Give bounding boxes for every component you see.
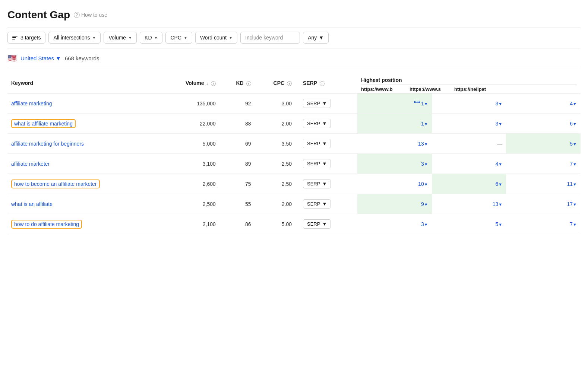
serp-button[interactable]: SERP ▼: [303, 199, 331, 209]
position-value: 5: [570, 141, 573, 147]
position-arrow-icon[interactable]: ▼: [424, 102, 428, 106]
serp-button[interactable]: SERP ▼: [303, 99, 331, 108]
volume-button[interactable]: Volume ▼: [104, 32, 137, 44]
volume-cell: 2,500: [160, 194, 219, 214]
position-arrow-icon[interactable]: ▼: [498, 102, 502, 106]
keyword-cell[interactable]: affiliate marketer: [7, 154, 160, 174]
position-value: 1: [421, 121, 424, 127]
keyword-link[interactable]: how to do affiliate marketing: [11, 221, 82, 227]
keyword-cell[interactable]: how to become an affiliate marketer: [7, 174, 160, 194]
serp-cell: SERP ▼: [295, 194, 357, 214]
position-dash: —: [497, 141, 502, 147]
position-1-cell: 10▼: [357, 174, 432, 194]
any-button[interactable]: Any ▼: [303, 32, 329, 44]
chevron-down-icon: ▼: [322, 161, 327, 166]
chevron-down-icon: ▼: [154, 36, 158, 40]
volume-cell: 2,600: [160, 174, 219, 194]
position-arrow-icon[interactable]: ▼: [424, 222, 428, 227]
col3-subheader: https://neilpat: [451, 85, 495, 92]
word-count-button[interactable]: Word count ▼: [195, 32, 237, 44]
keyword-cell[interactable]: how to do affiliate marketing: [7, 214, 160, 234]
position-value: 6: [570, 121, 573, 127]
table-row: affiliate marketer3,100892.50SERP ▼3▼4▼7…: [7, 154, 581, 174]
quote-icon: ❝❝: [414, 100, 420, 107]
position-value: 1: [421, 101, 424, 107]
region-row: 🇺🇸 United States ▼ 668 keywords: [7, 54, 581, 68]
position-arrow-icon[interactable]: ▼: [424, 142, 428, 146]
position-value: 3: [421, 221, 424, 227]
position-arrow-icon[interactable]: ▼: [573, 142, 577, 146]
position-arrow-icon[interactable]: ▼: [573, 102, 577, 106]
position-arrow-icon[interactable]: ▼: [573, 162, 577, 166]
position-arrow-icon[interactable]: ▼: [498, 122, 502, 126]
position-value: 10: [418, 181, 424, 187]
position-arrow-icon[interactable]: ▼: [573, 202, 577, 207]
table-row: how to do affiliate marketing2,100865.00…: [7, 214, 581, 234]
position-arrow-icon[interactable]: ▼: [498, 222, 502, 227]
toolbar: 3 targets All intersections ▼ Volume ▼ K…: [7, 28, 581, 48]
chevron-down-icon: ▼: [184, 36, 187, 40]
position-value: 7: [570, 221, 573, 227]
kd-header: KD i: [219, 74, 255, 93]
keyword-link[interactable]: what is affiliate marketing: [11, 121, 76, 127]
filters-button[interactable]: 3 targets: [7, 32, 45, 44]
keyword-link[interactable]: what is an affiliate: [11, 201, 53, 207]
position-2-cell: 5▼: [432, 214, 506, 234]
position-2-cell: 4▼: [432, 154, 506, 174]
position-arrow-icon[interactable]: ▼: [424, 182, 428, 187]
keyword-cell[interactable]: what is an affiliate: [7, 194, 160, 214]
position-arrow-icon[interactable]: ▼: [573, 122, 577, 126]
keyword-cell[interactable]: what is affiliate marketing: [7, 114, 160, 134]
position-value: 11: [567, 181, 573, 187]
chevron-down-icon: ▼: [322, 121, 327, 126]
intersections-button[interactable]: All intersections ▼: [48, 32, 101, 44]
keyword-link[interactable]: how to become an affiliate marketer: [11, 181, 100, 187]
serp-button[interactable]: SERP ▼: [303, 159, 331, 168]
cpc-cell: 3.50: [255, 134, 295, 154]
cpc-button[interactable]: CPC ▼: [165, 32, 192, 44]
filters-icon: [12, 36, 18, 39]
serp-button[interactable]: SERP ▼: [303, 219, 331, 229]
position-arrow-icon[interactable]: ▼: [498, 162, 502, 166]
position-arrow-icon[interactable]: ▼: [424, 202, 428, 207]
page-title: Content Gap: [7, 9, 70, 21]
region-selector[interactable]: United States ▼: [20, 55, 61, 61]
serp-button[interactable]: SERP ▼: [303, 139, 331, 148]
cpc-cell: 5.00: [255, 214, 295, 234]
position-arrow-icon[interactable]: ▼: [498, 182, 502, 187]
serp-cell: SERP ▼: [295, 214, 357, 234]
cpc-cell: 2.00: [255, 114, 295, 134]
how-to-use-link[interactable]: ? How to use: [74, 12, 107, 18]
position-arrow-icon[interactable]: ▼: [424, 122, 428, 126]
volume-cell: 22,000: [160, 114, 219, 134]
cpc-cell: 2.00: [255, 194, 295, 214]
position-3-cell: 4▼: [506, 93, 581, 114]
volume-header[interactable]: Volume ↓ i: [160, 74, 219, 93]
position-3-cell: 5▼: [506, 134, 581, 154]
kd-cell: 89: [219, 154, 255, 174]
keyword-cell[interactable]: affiliate marketing: [7, 93, 160, 114]
table-row: affiliate marketing for beginners5,00069…: [7, 134, 581, 154]
position-2-cell: 3▼: [432, 114, 506, 134]
keyword-link[interactable]: affiliate marketer: [11, 161, 50, 167]
keyword-link[interactable]: affiliate marketing for beginners: [11, 141, 84, 147]
kd-button[interactable]: KD ▼: [140, 32, 162, 44]
position-arrow-icon[interactable]: ▼: [573, 222, 577, 227]
position-1-cell: 3▼: [357, 214, 432, 234]
position-arrow-icon[interactable]: ▼: [573, 182, 577, 187]
chevron-down-icon: ▼: [322, 101, 327, 106]
position-2-cell: 6▼: [432, 174, 506, 194]
keyword-link[interactable]: affiliate marketing: [11, 101, 52, 107]
kd-cell: 75: [219, 174, 255, 194]
position-2-cell: 3▼: [432, 93, 506, 114]
volume-cell: 2,100: [160, 214, 219, 234]
position-arrow-icon[interactable]: ▼: [498, 202, 502, 207]
keyword-cell[interactable]: affiliate marketing for beginners: [7, 134, 160, 154]
position-2-cell: 13▼: [432, 194, 506, 214]
info-icon: i: [320, 81, 325, 86]
serp-button[interactable]: SERP ▼: [303, 119, 331, 128]
include-keyword-input[interactable]: [240, 32, 300, 44]
position-arrow-icon[interactable]: ▼: [424, 162, 428, 166]
serp-button[interactable]: SERP ▼: [303, 179, 331, 188]
chevron-down-icon: ▼: [322, 201, 327, 207]
